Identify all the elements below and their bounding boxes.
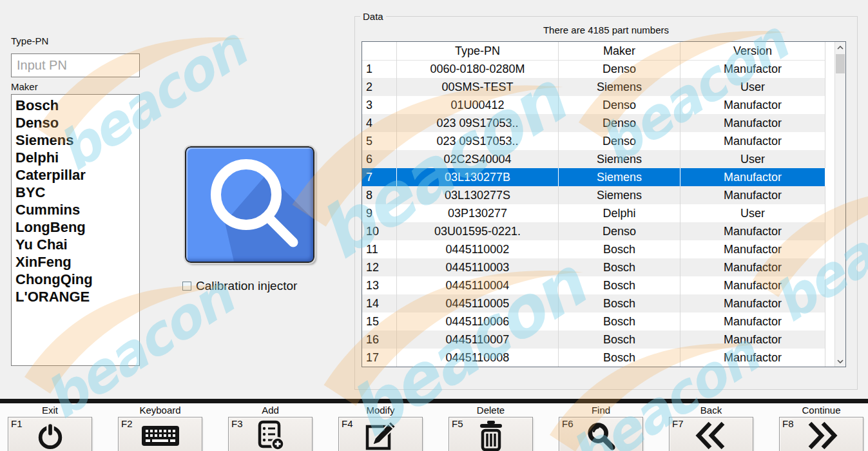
fkey-label: F5 [452, 418, 463, 429]
scroll-up-button[interactable] [835, 42, 845, 53]
maker-list-item[interactable]: LongBeng [15, 218, 139, 236]
fkey-label: F4 [342, 418, 353, 429]
cell-type-pn: 03U01595-0221. [397, 222, 559, 240]
fkey-label: F6 [562, 418, 574, 429]
table-row[interactable]: 7 03L130277B Siemens Manufactor [362, 168, 834, 186]
cell-blank [825, 312, 834, 331]
add-list-icon [255, 420, 286, 451]
cell-blank [825, 204, 834, 222]
cell-version: Manufactor [680, 240, 825, 258]
maker-list: Bosch Denso Siemens Delphi Caterpillar B… [11, 94, 140, 366]
cell-row-number: 5 [362, 132, 397, 150]
type-pn-input[interactable] [11, 53, 140, 77]
toolbar-slot-back: Back F7 [669, 405, 753, 451]
button-caption: Exit [8, 405, 92, 416]
table-row[interactable]: 8 03L130277S Siemens Manufactor [362, 186, 834, 204]
part-count-text: There are 4185 part numbers [355, 24, 857, 35]
trash-icon [477, 420, 505, 451]
table-row[interactable]: 16 0445110007 Bosch Manufactor [362, 331, 834, 349]
maker-list-item[interactable]: Denso [15, 114, 139, 131]
maker-list-item[interactable]: ChongQing [15, 271, 139, 288]
cell-blank [825, 349, 834, 367]
cell-row-number: 10 [362, 222, 397, 240]
maker-list-item[interactable]: BYC [15, 184, 139, 201]
cell-row-number: 14 [362, 294, 397, 312]
cell-type-pn: 02C2S40004 [397, 150, 559, 168]
table-row[interactable]: 3 01U00412 Denso Manufactor [362, 96, 834, 114]
table-row[interactable]: 14 0445110005 Bosch Manufactor [362, 294, 834, 312]
cell-maker: Bosch [559, 312, 680, 331]
table-row[interactable]: 2 00SMS-TEST Siemens User [362, 78, 834, 96]
maker-list-item[interactable]: L'ORANGE [15, 288, 139, 305]
f2-keyboard-button[interactable]: F2 [118, 417, 202, 451]
table-row[interactable]: 6 02C2S40004 Siemens User [362, 150, 834, 168]
table-row[interactable]: 5 023 09S17053.. Denso Manufactor [362, 132, 834, 150]
magnifier-icon [586, 421, 617, 450]
cell-blank [825, 132, 834, 150]
cell-version: Manufactor [680, 186, 825, 204]
f6-find-button[interactable]: F6 [559, 417, 643, 451]
maker-list-item[interactable]: Cummins [15, 201, 139, 218]
header-cell-version: Version [680, 42, 825, 61]
cell-type-pn: 01U00412 [397, 96, 559, 114]
fkey-label: F8 [782, 418, 794, 429]
calibration-checkbox[interactable] [182, 282, 191, 291]
cell-blank [825, 168, 834, 186]
table-row[interactable]: 10 03U01595-0221. Denso Manufactor [362, 222, 834, 240]
search-button[interactable] [185, 146, 314, 263]
cell-maker: Siemens [559, 150, 680, 168]
cell-row-number: 8 [362, 186, 397, 204]
cell-version: Manufactor [680, 222, 825, 240]
cell-maker: Delphi [559, 204, 680, 222]
cell-row-number: 7 [362, 168, 397, 186]
f4-modify-button[interactable]: F4 [338, 417, 423, 451]
cell-type-pn: 0445110004 [397, 276, 559, 294]
table-row[interactable]: 1 0060-0180-0280M Denso Manufactor [362, 60, 834, 78]
table-scrollbar[interactable] [834, 42, 845, 367]
table-row[interactable]: 12 0445110003 Bosch Manufactor [362, 258, 834, 276]
cell-version: Manufactor [680, 132, 825, 150]
cell-maker: Bosch [559, 349, 680, 367]
maker-list-item[interactable]: XinFeng [15, 253, 139, 271]
cell-blank [825, 331, 834, 349]
toolbar-slot-modify: Modify F4 [338, 405, 423, 451]
maker-list-item[interactable]: Delphi [15, 149, 139, 166]
cell-blank [825, 294, 834, 312]
cell-maker: Bosch [559, 331, 680, 349]
cell-blank [825, 240, 834, 258]
fkey-label: F2 [121, 418, 133, 429]
fkey-label: F7 [672, 418, 684, 429]
maker-list-item[interactable]: Siemens [15, 131, 139, 149]
cell-row-number: 6 [362, 150, 397, 168]
cell-row-number: 11 [362, 240, 397, 258]
f5-delete-button[interactable]: F5 [448, 417, 533, 451]
power-icon [35, 421, 66, 450]
cell-type-pn: 0445110006 [397, 312, 559, 331]
cell-type-pn: 0445110008 [397, 349, 559, 367]
table-row[interactable]: 11 0445110002 Bosch Manufactor [362, 240, 834, 258]
cell-maker: Siemens [559, 186, 680, 204]
table-row[interactable]: 9 03P130277 Delphi User [362, 204, 834, 222]
cell-type-pn: 0060-0180-0280M [397, 60, 559, 78]
table-row[interactable]: 4 023 09S17053.. Denso Manufactor [362, 114, 834, 132]
scroll-down-button[interactable] [835, 356, 845, 367]
cell-blank [825, 114, 834, 132]
maker-list-item[interactable]: Bosch [15, 97, 139, 114]
cell-version: Manufactor [680, 276, 825, 294]
cell-version: Manufactor [680, 312, 825, 331]
table-row[interactable]: 17 0445110008 Bosch Manufactor [362, 349, 834, 367]
cell-type-pn: 0445110002 [397, 240, 559, 258]
button-caption: Modify [338, 405, 423, 416]
cell-row-number: 15 [362, 312, 397, 331]
maker-list-item[interactable]: Caterpillar [15, 166, 139, 184]
maker-list-item[interactable]: Yu Chai [15, 236, 139, 253]
scrollbar-thumb[interactable] [836, 54, 845, 73]
table-row[interactable]: 13 0445110004 Bosch Manufactor [362, 276, 834, 294]
cell-maker: Denso [559, 114, 680, 132]
f1-exit-button[interactable]: F1 [8, 417, 92, 451]
f3-add-button[interactable]: F3 [228, 417, 313, 451]
f8-continue-button[interactable]: F8 [779, 417, 863, 451]
f7-back-button[interactable]: F7 [669, 417, 753, 451]
magnifier-icon [186, 148, 313, 262]
table-row[interactable]: 15 0445110006 Bosch Manufactor [362, 312, 834, 331]
